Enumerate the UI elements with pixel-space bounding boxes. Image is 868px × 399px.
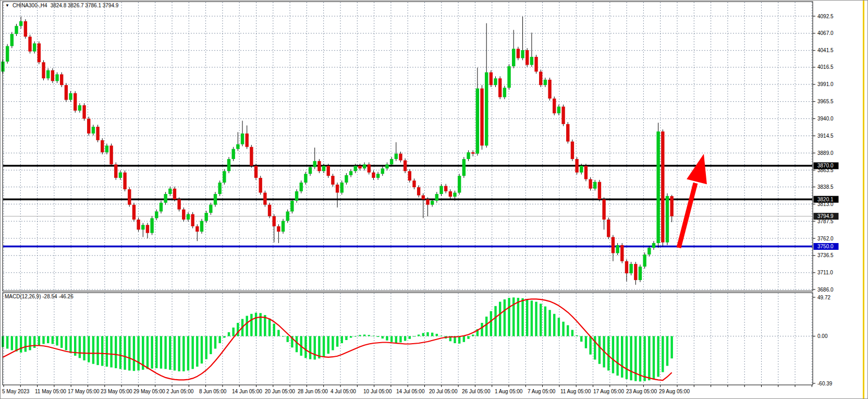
time-tick-label: 14 Jul 05:00 xyxy=(396,389,425,394)
candle-body xyxy=(363,164,366,168)
macd-histogram-bar xyxy=(377,336,379,337)
candle-body xyxy=(87,119,90,134)
candle-body xyxy=(218,183,221,194)
candle-body xyxy=(109,146,113,164)
candle-body xyxy=(277,226,280,232)
support-line-3750-tag-label: 3750.0 xyxy=(817,244,834,249)
macd-histogram-bar xyxy=(56,336,58,346)
candle-body xyxy=(214,194,217,205)
price-tick-label: 3686.0 xyxy=(817,287,834,293)
candle-body xyxy=(557,106,560,113)
candle-body xyxy=(128,189,131,205)
candle-body xyxy=(476,89,479,154)
candle-body xyxy=(322,166,325,171)
macd-histogram-bar xyxy=(350,336,352,338)
macd-histogram-bar xyxy=(304,336,307,358)
candle-body xyxy=(268,205,271,216)
candle-body xyxy=(51,70,54,81)
candle-body xyxy=(652,243,655,248)
candle-body xyxy=(60,75,63,86)
candle-body xyxy=(223,171,226,183)
macd-histogram-bar xyxy=(309,336,311,359)
macd-histogram-bar xyxy=(314,336,316,360)
macd-histogram-bar xyxy=(169,336,171,370)
macd-histogram-bar xyxy=(287,336,289,342)
candle-body xyxy=(412,180,415,187)
candle-body xyxy=(331,176,334,185)
time-tick-label: 17 May 05:00 xyxy=(68,389,100,394)
candle-body xyxy=(173,189,176,200)
time-tick-label: 8 Jun 05:00 xyxy=(199,389,227,394)
candle-body xyxy=(462,159,466,176)
candle-body xyxy=(507,66,510,88)
candle-body xyxy=(336,185,339,192)
macd-indicator-label: MACD(12,26,9) -28.54 -46.26 xyxy=(5,294,74,299)
macd-histogram-bar xyxy=(83,336,85,360)
macd-histogram-bar xyxy=(11,336,13,350)
candle-body xyxy=(544,80,547,85)
macd-histogram-bar xyxy=(273,324,275,336)
macd-histogram-bar xyxy=(363,335,365,336)
time-tick-label: 10 Jul 05:00 xyxy=(363,389,392,394)
candle-body xyxy=(616,245,619,253)
macd-histogram-bar xyxy=(612,336,614,373)
price-tick-label: 4067.0 xyxy=(817,30,834,36)
macd-histogram-bar xyxy=(223,336,225,338)
candle-body xyxy=(28,37,31,51)
macd-histogram-bar xyxy=(38,336,40,346)
macd-histogram-bar xyxy=(576,335,578,336)
price-tick-label: 3965.5 xyxy=(817,99,834,104)
candle-body xyxy=(345,175,348,183)
candle-body xyxy=(449,191,452,197)
candle-body xyxy=(132,205,136,220)
price-tick-label: 3991.0 xyxy=(817,81,834,87)
candle-body xyxy=(566,124,569,142)
time-tick-label: 29 Aug 05:00 xyxy=(659,389,690,394)
macd-histogram-bar xyxy=(201,336,203,364)
macd-histogram-bar xyxy=(196,336,198,367)
symbol-dropdown-icon[interactable]: ▼ xyxy=(5,3,9,8)
price-tick-label: 3889.0 xyxy=(817,150,834,156)
candle-body xyxy=(422,196,425,200)
candle-body xyxy=(525,50,529,65)
macd-histogram-bar xyxy=(598,336,601,364)
candle-body xyxy=(273,216,276,226)
macd-histogram-bar xyxy=(594,336,596,360)
time-tick-label: 7 Aug 05:00 xyxy=(528,389,556,394)
candle-body xyxy=(263,192,266,204)
macd-histogram-bar xyxy=(643,336,645,381)
price-tick-label: 3762.0 xyxy=(817,236,834,241)
macd-histogram-bar xyxy=(526,299,528,336)
time-tick-label: 5 May 2023 xyxy=(2,389,30,394)
macd-histogram-bar xyxy=(580,336,582,342)
macd-histogram-bar xyxy=(174,336,176,371)
macd-histogram-bar xyxy=(341,336,343,343)
candle-body xyxy=(204,213,207,221)
candle-body xyxy=(6,46,9,62)
time-tick-label: 20 Jul 05:00 xyxy=(429,389,458,394)
macd-histogram-bar xyxy=(481,323,483,336)
macd-histogram-bar xyxy=(571,330,573,336)
candle-body xyxy=(300,183,303,191)
macd-histogram-bar xyxy=(228,332,230,336)
macd-histogram-bar xyxy=(504,299,506,336)
candle-body xyxy=(643,255,646,267)
candle-body xyxy=(593,182,596,189)
macd-histogram-bar xyxy=(544,307,546,336)
macd-histogram-bar xyxy=(182,336,185,371)
candle-body xyxy=(160,203,163,212)
candle-body xyxy=(114,164,117,178)
candle-body xyxy=(395,154,398,159)
candle-body xyxy=(227,159,230,171)
candle-body xyxy=(146,225,149,233)
macd-histogram-bar xyxy=(589,336,591,355)
candle-body xyxy=(101,140,104,152)
macd-histogram-bar xyxy=(20,336,22,353)
candle-body xyxy=(625,261,628,273)
macd-histogram-bar xyxy=(29,336,31,350)
macd-histogram-bar xyxy=(124,336,126,370)
macd-histogram-bar xyxy=(490,311,492,336)
price-tick-label: 3940.0 xyxy=(817,116,834,122)
candle-body xyxy=(404,161,407,172)
current-price-line-tag-label: 3794.9 xyxy=(817,213,834,219)
